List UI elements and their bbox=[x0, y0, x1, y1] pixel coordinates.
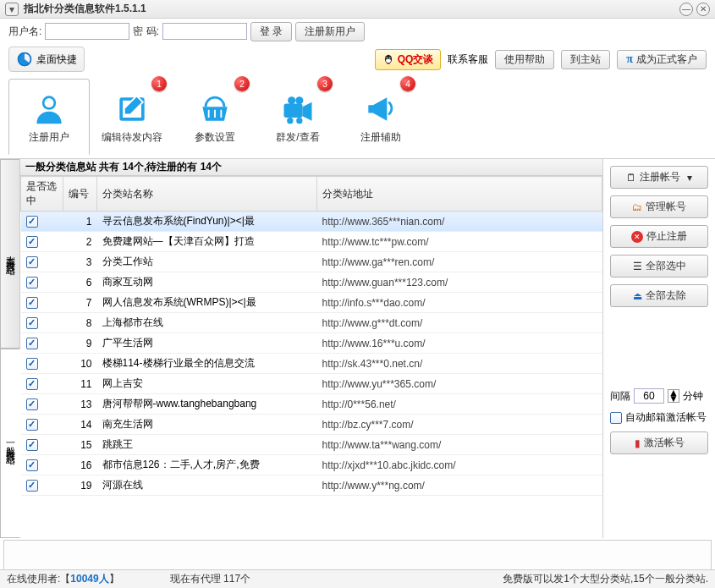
tab-broadcast-label: 群发/查看 bbox=[276, 130, 319, 145]
table-row[interactable]: 11网上吉安http://www.yu***365.com/ bbox=[21, 374, 602, 394]
interval-input[interactable] bbox=[634, 388, 664, 404]
table-row[interactable]: 16都市信息126：二手,人才,房产,免费http://xjxd***10.ab… bbox=[21, 455, 602, 475]
select-all-button[interactable]: ☰全部选中 bbox=[610, 255, 708, 278]
activate-account-button[interactable]: ▮激活帐号 bbox=[610, 431, 708, 454]
username-input[interactable] bbox=[45, 23, 129, 40]
table-row[interactable]: 15跳跳王http://www.ta***wang.com/ bbox=[21, 435, 602, 455]
row-checkbox[interactable] bbox=[26, 358, 38, 370]
table-row[interactable]: 1寻云信息发布系统(FindYun)|><|最http://www.365***… bbox=[21, 212, 602, 232]
table-row[interactable]: 6商家互动网http://www.guan***123.com/ bbox=[21, 272, 602, 293]
row-site-url: http://www.g***dt.com/ bbox=[317, 313, 602, 333]
stop-register-label: 停止注册 bbox=[646, 229, 687, 244]
col-site-url[interactable]: 分类站地址 bbox=[317, 177, 602, 212]
svg-point-4 bbox=[389, 57, 391, 58]
row-site-url: http://xjxd***10.abc.jkidc.com/ bbox=[317, 455, 602, 475]
svg-point-6 bbox=[45, 98, 54, 107]
manage-account-button[interactable]: 🗂管理帐号 bbox=[610, 195, 708, 218]
row-checkbox[interactable] bbox=[26, 338, 38, 349]
stop-register-button[interactable]: ✕停止注册 bbox=[610, 225, 708, 248]
row-site-url: http://www.yu***365.com/ bbox=[317, 374, 602, 394]
row-checkbox[interactable] bbox=[26, 378, 38, 390]
register-account-button[interactable]: 🗒注册帐号▾ bbox=[610, 166, 708, 189]
tab-edit-content[interactable]: 1 编辑待发内容 bbox=[91, 79, 173, 155]
main-area: 大型分类信息站 一般分类信息站 一般分类信息站 共有 14个,待注册的有 14个… bbox=[0, 159, 715, 538]
row-checkbox[interactable] bbox=[26, 236, 38, 248]
row-checkbox[interactable] bbox=[26, 277, 38, 289]
row-site-url: http://www.16***u.com/ bbox=[317, 333, 602, 354]
table-row[interactable]: 13唐河帮帮网-www.tanghebangbanghttp://0***56.… bbox=[21, 394, 602, 415]
desktop-shortcut-button[interactable]: 桌面快捷 bbox=[8, 47, 85, 72]
vtab-big-sites[interactable]: 大型分类信息站 bbox=[0, 159, 19, 349]
register-user-button[interactable]: 注册新用户 bbox=[295, 22, 365, 41]
row-number: 1 bbox=[63, 212, 97, 232]
password-input[interactable] bbox=[162, 23, 247, 40]
row-checkbox[interactable] bbox=[26, 480, 38, 492]
minutes-label: 分钟 bbox=[683, 389, 703, 404]
status-online: 在线使用者:【10049人】 bbox=[7, 572, 119, 586]
badge-1: 1 bbox=[151, 76, 167, 91]
row-number: 10 bbox=[63, 354, 97, 374]
menu-dropdown-icon[interactable]: ▾ bbox=[5, 3, 19, 16]
login-button[interactable]: 登 录 bbox=[250, 22, 292, 41]
tab-register-assist[interactable]: 4 注册辅助 bbox=[340, 79, 421, 155]
table-row[interactable]: 19河源在线http://www.y***ng.com/ bbox=[21, 475, 602, 496]
close-icon[interactable]: ✕ bbox=[696, 3, 710, 16]
manage-account-label: 管理帐号 bbox=[646, 200, 686, 214]
contact-service-label: 联系客服 bbox=[448, 52, 488, 67]
remove-all-button[interactable]: ⏏全部去除 bbox=[610, 284, 708, 307]
sites-grid[interactable]: 是否选中 编号 分类站名称 分类站地址 1寻云信息发布系统(FindYun)|>… bbox=[20, 176, 602, 538]
main-tabs: 注册用户 1 编辑待发内容 2 参数设置 3 群发/查看 4 注册辅助 bbox=[0, 74, 715, 159]
row-site-url: http://sk.43***0.net.cn/ bbox=[317, 354, 602, 374]
qq-contact-button[interactable]: QQ交谈 bbox=[375, 49, 442, 70]
row-checkbox[interactable] bbox=[26, 398, 38, 410]
vtab-normal-sites[interactable]: 一般分类信息站 bbox=[0, 349, 20, 538]
qq-icon bbox=[382, 53, 394, 65]
table-row[interactable]: 7网人信息发布系统(WRMPS)|><|最http://info.s***dao… bbox=[21, 293, 602, 313]
col-number[interactable]: 编号 bbox=[63, 177, 97, 212]
row-checkbox[interactable] bbox=[26, 216, 38, 228]
row-checkbox[interactable] bbox=[26, 297, 38, 309]
row-site-name: 商家互动网 bbox=[97, 272, 317, 293]
row-site-name: 都市信息126：二手,人才,房产,免费 bbox=[97, 455, 317, 475]
row-site-name: 上海都市在线 bbox=[97, 313, 317, 333]
tab-broadcast[interactable]: 3 群发/查看 bbox=[257, 79, 338, 155]
table-row[interactable]: 9广平生活网http://www.16***u.com/ bbox=[21, 333, 602, 354]
row-checkbox[interactable] bbox=[26, 419, 38, 431]
row-site-url: http://www.guan***123.com/ bbox=[317, 272, 602, 293]
right-panel: 🗒注册帐号▾ 🗂管理帐号 ✕停止注册 ☰全部选中 ⏏全部去除 间隔 ▲▼ 分钟 … bbox=[603, 159, 715, 538]
select-all-label: 全部选中 bbox=[646, 259, 686, 273]
table-row[interactable]: 8上海都市在线http://www.g***dt.com/ bbox=[21, 313, 602, 333]
goto-site-button[interactable]: 到主站 bbox=[561, 50, 610, 69]
col-check[interactable]: 是否选中 bbox=[21, 177, 63, 212]
table-row[interactable]: 2免费建网站—【天津百众网】打造http://www.tc***pw.com/ bbox=[21, 232, 602, 252]
register-account-label: 注册帐号 bbox=[640, 170, 680, 184]
row-site-name: 网人信息发布系统(WRMPS)|><|最 bbox=[97, 293, 317, 313]
help-button[interactable]: 使用帮助 bbox=[495, 50, 554, 69]
svg-rect-12 bbox=[284, 103, 303, 118]
table-row[interactable]: 10楼梯114-楼梯行业最全的信息交流http://sk.43***0.net.… bbox=[21, 354, 602, 374]
become-official-button[interactable]: π成为正式客户 bbox=[617, 50, 707, 69]
register-user-icon bbox=[30, 90, 68, 127]
row-checkbox[interactable] bbox=[26, 256, 38, 268]
remove-all-label: 全部去除 bbox=[646, 289, 686, 303]
status-freever: 免费版可以发1个大型分类站,15个一般分类站. bbox=[503, 572, 708, 586]
row-number: 16 bbox=[63, 455, 97, 475]
row-site-url: http://0***56.net/ bbox=[317, 394, 602, 415]
row-site-name: 楼梯114-楼梯行业最全的信息交流 bbox=[97, 354, 317, 374]
col-site-name[interactable]: 分类站名称 bbox=[97, 177, 317, 212]
row-checkbox[interactable] bbox=[26, 439, 38, 451]
table-row[interactable]: 3分类工作站http://www.ga***ren.com/ bbox=[21, 252, 602, 272]
tab-settings[interactable]: 2 参数设置 bbox=[174, 79, 256, 155]
row-checkbox[interactable] bbox=[26, 459, 38, 471]
status-bar: 在线使用者:【10049人】 现在有代理 117个 免费版可以发1个大型分类站,… bbox=[0, 569, 715, 588]
table-row[interactable]: 14南充生活网http://bz.cy***7.com/ bbox=[21, 415, 602, 435]
row-checkbox[interactable] bbox=[26, 317, 38, 329]
tab-register-user[interactable]: 注册用户 bbox=[8, 79, 90, 155]
minimize-icon[interactable]: — bbox=[679, 3, 693, 16]
auto-activate-row[interactable]: 自动邮箱激活帐号 bbox=[610, 410, 708, 425]
auto-activate-checkbox[interactable] bbox=[610, 412, 622, 424]
select-all-icon: ☰ bbox=[633, 261, 642, 272]
megaphone-icon bbox=[362, 90, 399, 127]
row-site-name: 跳跳王 bbox=[97, 435, 317, 455]
spinner-icon[interactable]: ▲▼ bbox=[668, 389, 679, 403]
